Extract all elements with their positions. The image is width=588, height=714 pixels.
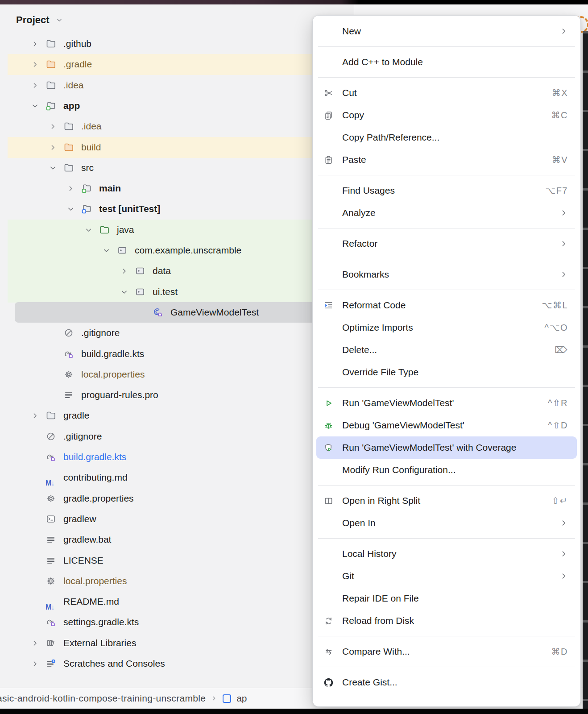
tree-item-data[interactable]: data	[8, 261, 352, 282]
chevron-right-icon[interactable]	[31, 61, 39, 68]
menu-item-bookmarks[interactable]: Bookmarks	[316, 263, 577, 286]
cut-icon	[323, 87, 337, 98]
tree-item-local-properties[interactable]: local.properties	[8, 571, 352, 591]
menu-item-modify-run-configuration[interactable]: Modify Run Configuration...	[316, 459, 577, 481]
tree-item-scratches-and-consoles[interactable]: Scratches and Consoles	[8, 653, 352, 674]
tree-item-main[interactable]: main	[8, 178, 352, 199]
menu-item-refactor[interactable]: Refactor	[316, 232, 577, 255]
tree-item-test-unittest[interactable]: test [unitTest]	[8, 199, 352, 219]
chevron-right-icon[interactable]	[31, 82, 39, 89]
terminal-icon	[46, 514, 56, 524]
menu-item-run-gameviewmodeltest[interactable]: Run 'GameViewModelTest'^⇧R	[316, 392, 577, 414]
menu-separator	[318, 46, 575, 47]
chevron-down-icon[interactable]	[67, 205, 75, 213]
tree-item-label: .gitignore	[81, 323, 120, 343]
tree-item-label: src	[81, 158, 94, 178]
chevron-right-icon[interactable]	[49, 123, 57, 130]
tree-item-gitignore[interactable]: .gitignore	[8, 426, 352, 447]
menu-item-local-history[interactable]: Local History	[316, 543, 577, 565]
menu-item-label: Analyze	[342, 208, 376, 218]
menu-item-paste[interactable]: Paste⌘V	[316, 149, 577, 171]
tree-item-proguard-rules-pro[interactable]: proguard-rules.pro	[8, 385, 352, 405]
empty-icon	[323, 322, 337, 333]
menu-item-override-file-type[interactable]: Override File Type	[316, 361, 577, 383]
breadcrumb-module[interactable]: ap	[236, 693, 247, 704]
tree-item-java[interactable]: java	[8, 220, 352, 241]
tree-item-build-gradle-kts[interactable]: build.gradle.kts	[8, 447, 352, 467]
chevron-down-icon[interactable]	[103, 247, 110, 254]
menu-item-reload-from-disk[interactable]: Reload from Disk	[316, 610, 577, 632]
tree-item-ui-test[interactable]: ui.test	[8, 282, 352, 303]
menu-item-compare-with[interactable]: Compare With...⌘D	[316, 640, 577, 663]
tree-item-app[interactable]: app	[8, 95, 352, 116]
folder-test-icon	[81, 203, 92, 214]
menu-item-label: Repair IDE on File	[342, 593, 419, 604]
submenu-arrow-icon	[560, 519, 568, 527]
menu-item-git[interactable]: Git	[316, 565, 577, 587]
menu-item-shortcut: ⇧↵	[551, 495, 568, 506]
menu-item-find-usages[interactable]: Find Usages⌥F7	[316, 179, 577, 202]
chevron-right-icon[interactable]	[49, 144, 57, 151]
empty-icon	[323, 132, 337, 143]
menu-item-copy[interactable]: Copy⌘C	[316, 104, 577, 126]
menu-item-debug-gameviewmodeltest[interactable]: Debug 'GameViewModelTest'^⇧D	[316, 414, 577, 436]
menu-item-open-in-right-split[interactable]: Open in Right Split⇧↵	[316, 490, 577, 512]
chevron-down-icon[interactable]	[49, 164, 57, 172]
menu-item-new[interactable]: New	[316, 20, 577, 42]
tree-item-idea[interactable]: .idea	[8, 75, 352, 95]
tree-item-src[interactable]: src	[8, 158, 352, 178]
breadcrumb-project[interactable]: asic-android-kotlin-compose-training-uns…	[0, 693, 206, 704]
tree-item-external-libraries[interactable]: External Libraries	[8, 633, 352, 653]
chevron-down-icon[interactable]	[85, 226, 92, 234]
menu-item-open-in[interactable]: Open In	[316, 512, 577, 534]
tree-item-idea[interactable]: .idea	[8, 116, 352, 137]
tree-item-gameviewmodeltest[interactable]: GameViewModelTest	[15, 302, 352, 323]
project-view-selector[interactable]: Project	[16, 14, 50, 26]
menu-item-analyze[interactable]: Analyze	[316, 202, 577, 224]
tree-item-build[interactable]: build	[8, 137, 352, 158]
chevron-right-icon[interactable]	[120, 267, 128, 275]
tree-item-readme-md[interactable]: M↓README.md	[8, 591, 352, 612]
chevron-right-icon[interactable]	[31, 412, 39, 419]
tree-item-local-properties[interactable]: local.properties	[8, 364, 352, 385]
gradle-icon	[63, 349, 74, 359]
tree-item-build-gradle-kts[interactable]: build.gradle.kts	[8, 344, 352, 364]
tree-item-contributing-md[interactable]: M↓contributing.md	[8, 467, 352, 488]
tree-item-gradlew[interactable]: gradlew	[8, 509, 352, 529]
chevron-down-icon[interactable]	[120, 288, 128, 296]
tree-item-com-example-unscramble[interactable]: com.example.unscramble	[8, 240, 352, 261]
chevron-right-icon[interactable]	[67, 185, 75, 192]
chevron-right-icon[interactable]	[31, 660, 39, 668]
menu-item-create-gist[interactable]: Create Gist...	[316, 671, 577, 693]
menu-item-optimize-imports[interactable]: Optimize Imports^⌥O	[316, 316, 577, 339]
tree-item-label: gradle	[63, 405, 89, 426]
tree-item-gradle-properties[interactable]: gradle.properties	[8, 488, 352, 509]
tree-item-gitignore[interactable]: .gitignore	[8, 323, 352, 343]
tree-item-label: ui.test	[153, 282, 178, 302]
tree-item-gradle[interactable]: gradle	[8, 405, 352, 426]
folder-module-icon	[81, 183, 92, 194]
menu-item-run-gameviewmodeltest-with-coverage[interactable]: Run 'GameViewModelTest' with Coverage	[316, 436, 577, 459]
menu-item-shortcut: ⌘X	[552, 87, 568, 98]
tree-item-settings-gradle-kts[interactable]: settings.gradle.kts	[8, 612, 352, 632]
chevron-right-icon[interactable]	[31, 639, 39, 647]
menu-item-add-c-to-module[interactable]: Add C++ to Module	[316, 51, 577, 73]
tree-item-label: build.gradle.kts	[63, 447, 126, 467]
menu-item-cut[interactable]: Cut⌘X	[316, 82, 577, 104]
chevron-down-icon[interactable]	[31, 102, 39, 110]
menu-item-label: Delete...	[342, 345, 377, 355]
textfile-icon	[46, 555, 56, 566]
menu-item-repair-ide-on-file[interactable]: Repair IDE on File	[316, 587, 577, 610]
tree-item-license[interactable]: LICENSE	[8, 550, 352, 571]
empty-icon	[323, 518, 337, 528]
tree-item-gradle[interactable]: .gradle	[8, 54, 352, 75]
menu-item-reformat-code[interactable]: Reformat Code⌥⌘L	[316, 294, 577, 316]
tree-item-github[interactable]: .github	[8, 33, 352, 54]
menu-item-copy-path-reference[interactable]: Copy Path/Reference...	[316, 126, 577, 149]
menu-item-label: Run 'GameViewModelTest'	[342, 398, 454, 408]
chevron-right-icon[interactable]	[31, 40, 39, 48]
ignore-icon	[63, 328, 74, 338]
menu-item-label: Copy Path/Reference...	[342, 132, 439, 143]
tree-item-gradlew-bat[interactable]: gradlew.bat	[8, 529, 352, 550]
menu-item-delete[interactable]: Delete...⌦	[316, 339, 577, 361]
